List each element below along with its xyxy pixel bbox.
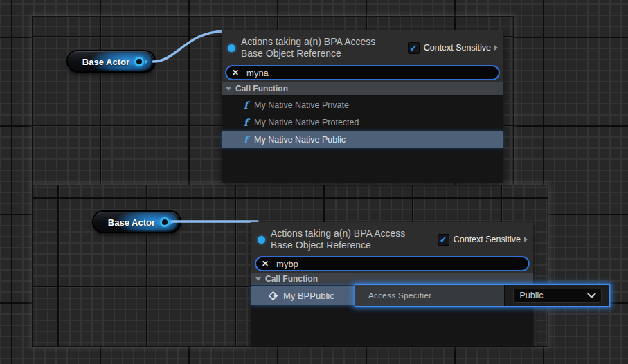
blueprint-function-diamond-icon [268,291,278,301]
search-row: ✕ [222,64,503,82]
pin-ring-icon [134,57,144,66]
popup-value-section: Public [505,285,609,306]
access-specifier-popup: Access Specifier Public [355,284,610,307]
context-sensitive-group: ✓ Context Sensitive [408,42,498,54]
context-sensitive-label: Context Sensitive [454,235,521,244]
object-pin-dot-icon [258,236,265,244]
function-icon: f [244,100,248,110]
list-item[interactable]: f My Native Native Private [222,96,503,113]
object-pin-dot-icon [228,44,235,52]
clear-search-icon[interactable]: ✕ [262,260,269,268]
function-icon: f [244,118,248,127]
search-row: ✕ [251,255,533,273]
object-output-pin-icon[interactable] [134,57,148,66]
search-box[interactable]: ✕ [255,256,530,271]
check-icon: ✓ [440,235,447,244]
expand-arrow-icon[interactable] [494,45,498,51]
context-menu-bottom: Actions taking a(n) BPA Access Base Obje… [251,222,533,344]
access-specifier-label: Access Specifier [355,291,431,300]
context-menu-top: Actions taking a(n) BPA Access Base Obje… [222,30,503,182]
list-item-label: My Native Native Private [254,100,349,110]
node-label: Base Actor [82,56,129,66]
list-item[interactable]: f My Native Native Protected [222,113,503,131]
search-box[interactable]: ✕ [225,65,500,80]
expand-arrow-icon[interactable] [524,237,528,242]
base-actor-node-top[interactable]: Base Actor [66,50,156,73]
context-sensitive-checkbox[interactable]: ✓ [408,42,420,54]
clear-search-icon[interactable]: ✕ [232,69,239,77]
category-label: Call Function [235,84,288,93]
menu-title-line2: Base Object Reference [271,239,405,251]
base-actor-node-bottom[interactable]: Base Actor [92,210,181,233]
menu-title: Actions taking a(n) BPA Access Base Obje… [241,36,375,60]
menu-title-line2: Base Object Reference [241,48,375,60]
menu-title: Actions taking a(n) BPA Access Base Obje… [271,228,405,251]
menu-title-line1: Actions taking a(n) BPA Access [241,36,375,48]
context-sensitive-checkbox[interactable]: ✓ [438,234,449,246]
search-input[interactable] [276,259,523,269]
dropdown-value: Public [520,291,544,300]
pin-arrow-icon [145,59,148,64]
check-icon: ✓ [410,44,418,53]
node-label: Base Actor [108,217,155,227]
list-item-selected[interactable]: My BPPublic [251,286,355,305]
collapse-triangle-icon [255,277,261,281]
blueprint-graph-canvas[interactable]: Base Actor Base Actor Actions taking a(n… [0,0,628,364]
category-label: Call Function [265,274,318,284]
chevron-down-icon [587,289,596,298]
list-item-label: My Native Native Protected [254,118,359,127]
context-sensitive-label: Context Sensitive [424,43,491,53]
menu-header: Actions taking a(n) BPA Access Base Obje… [222,30,503,64]
list-item-label: My BPPublic [283,291,334,301]
access-specifier-dropdown[interactable]: Public [513,289,602,303]
list-item-label: My Native Native Public [254,135,346,145]
menu-title-line1: Actions taking a(n) BPA Access [271,228,405,239]
list-item-selected[interactable]: f My Native Native Public [222,131,503,148]
context-sensitive-group: ✓ Context Sensitive [438,234,528,246]
popup-label-section: Access Specifier [355,285,505,306]
action-list: f My Native Native Private f My Native N… [222,96,503,183]
category-call-function[interactable]: Call Function [222,82,503,96]
function-icon: f [244,135,248,145]
pin-ring-icon [160,217,170,227]
collapse-triangle-icon [226,87,231,91]
search-input[interactable] [246,68,493,78]
menu-header: Actions taking a(n) BPA Access Base Obje… [251,222,533,255]
